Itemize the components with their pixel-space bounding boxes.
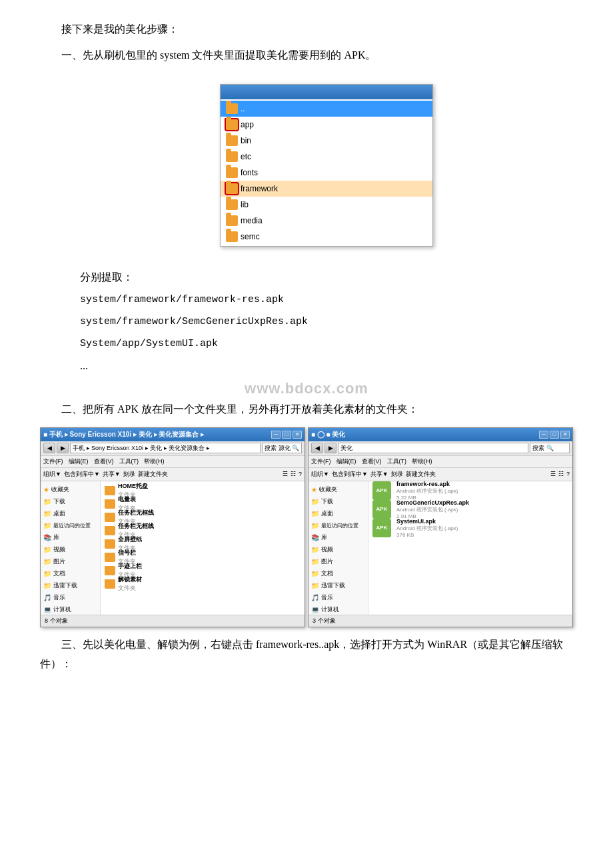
toolbar-view-list[interactable]: ☷	[291, 471, 296, 477]
fe-row-bin: bin	[221, 133, 432, 149]
fe-label-fonts: fonts	[241, 168, 258, 177]
sidebar-downloads[interactable]: 📁下载	[42, 496, 99, 508]
r-menu-tools[interactable]: 工具(T)	[387, 457, 407, 466]
right-titlebar: ■ ◯ ■ 美化 ─ □ ✕	[308, 428, 572, 441]
toolbar-new-folder[interactable]: 新建文件夹	[138, 470, 168, 479]
minimize-btn[interactable]: ─	[271, 431, 281, 439]
toolbar-help-icon[interactable]: ?	[299, 471, 302, 477]
r-sidebar-video-label: 视频	[321, 545, 333, 554]
ellipsis: ...	[40, 357, 573, 376]
sidebar-favorites: ★收藏夹	[42, 484, 99, 496]
r-toolbar-burn[interactable]: 刻录	[391, 470, 403, 479]
sidebar-video[interactable]: 📁视频	[42, 544, 99, 556]
file-framework-res-label: framework-res.apk Android 程序安装包 (.apk) 5…	[396, 481, 458, 501]
right-path: 美化	[338, 443, 528, 453]
sidebar-docs-label: 文档	[53, 569, 65, 578]
file-semc-res-label: SemcGenericUxpRes.apk Android 程序安装包 (.ap…	[396, 499, 469, 519]
right-sidebar: ★收藏夹 📁下载 📁桌面 📁最近访问的位置 📚库 📁视频 📁图片 📁文档 📁迅雷…	[308, 481, 368, 615]
toolbar-share[interactable]: 共享▼	[103, 470, 121, 479]
r-sidebar-xunlei[interactable]: 📁迅雷下载	[310, 580, 366, 592]
sidebar-video-label: 视频	[53, 545, 65, 554]
r-menu-edit[interactable]: 编辑(E)	[336, 457, 356, 466]
left-window: ■ 手机 ▸ Sony Ericsson X10i ▸ 美化 ▸ 美化资源集合 …	[40, 427, 305, 627]
menu-tools[interactable]: 工具(T)	[119, 457, 139, 466]
r-toolbar-help-icon[interactable]: ?	[566, 471, 570, 477]
fe-label-dotdot: ..	[241, 104, 245, 113]
left-body: ★收藏夹 📁下载 📁桌面 📁最近访问的位置 📚库 📁视频 📁图片 📁文档 📁迅雷…	[41, 481, 305, 615]
menu-view[interactable]: 查看(V)	[94, 457, 114, 466]
r-sidebar-recent[interactable]: 📁最近访问的位置	[310, 520, 366, 532]
right-menubar: 文件(F) 编辑(E) 查看(V) 工具(T) 帮助(H)	[308, 456, 572, 468]
file-unlock-label: 解锁素材文件夹	[118, 575, 142, 593]
r-sidebar-docs[interactable]: 📁文档	[310, 568, 366, 580]
folder-icon-taskbar1	[105, 513, 115, 522]
fe-row-fonts: fonts	[221, 165, 432, 181]
r-toolbar-include[interactable]: 包含到库中▼	[332, 470, 368, 479]
folder-icon-signal	[105, 553, 115, 562]
r-toolbar-organize[interactable]: 组织▼	[311, 470, 329, 479]
right-title: ■ ◯ ■ 美化	[311, 430, 539, 439]
r-menu-help[interactable]: 帮助(H)	[412, 457, 432, 466]
right-win-controls: ─ □ ✕	[539, 431, 570, 439]
file-unlock: 解锁素材文件夹	[103, 577, 302, 591]
r-sidebar-docs-label: 文档	[321, 569, 333, 578]
apk-icon-1: APK	[372, 481, 391, 500]
sidebar-desktop[interactable]: 📁桌面	[42, 508, 99, 520]
r-sidebar-video[interactable]: 📁视频	[310, 544, 366, 556]
r-toolbar-view-icons[interactable]: ☰	[550, 471, 556, 477]
sidebar-music[interactable]: 🎵音乐	[42, 592, 99, 604]
file-semc-res: APK SemcGenericUxpRes.apk Android 程序安装包 …	[371, 503, 570, 516]
left-back-btn[interactable]: ◀	[43, 443, 55, 453]
r-sidebar-recent-label: 最近访问的位置	[321, 522, 358, 529]
sidebar-pictures-label: 图片	[53, 557, 65, 566]
r-fwd-btn[interactable]: ▶	[324, 443, 336, 453]
step2-heading: 二、把所有 APK 放在同一个文件夹里，另外再打开放着美化素材的文件夹：	[40, 400, 573, 419]
sidebar-recent[interactable]: 📁最近访问的位置	[42, 520, 99, 532]
fe-folder-icon-lib	[226, 199, 238, 210]
toolbar-burn[interactable]: 刻录	[123, 470, 135, 479]
fe-folder-icon-etc	[226, 151, 238, 162]
close-btn[interactable]: ✕	[293, 431, 302, 439]
left-menubar: 文件(F) 编辑(E) 查看(V) 工具(T) 帮助(H)	[41, 456, 305, 468]
sidebar-docs[interactable]: 📁文档	[42, 568, 99, 580]
fe-label-media: media	[241, 216, 263, 225]
toolbar-include[interactable]: 包含到库中▼	[64, 470, 100, 479]
r-maximize-btn[interactable]: □	[550, 431, 559, 439]
extract-label: 分别提取：	[40, 268, 573, 287]
r-sidebar-music[interactable]: 🎵音乐	[310, 592, 366, 604]
r-sidebar-downloads[interactable]: 📁下载	[310, 496, 366, 508]
path-3: System/app/SystemUI.apk	[40, 335, 573, 353]
right-toolbar: 组织▼ 包含到库中▼ 共享▼ 刻录 新建文件夹 ☰ ☷ ?	[308, 468, 572, 481]
r-menu-view[interactable]: 查看(V)	[362, 457, 382, 466]
fe-folder-icon-semc	[226, 231, 238, 242]
toolbar-organize[interactable]: 组织▼	[43, 470, 61, 479]
r-sidebar-pictures[interactable]: 📁图片	[310, 556, 366, 568]
r-sidebar-desktop[interactable]: 📁桌面	[310, 508, 366, 520]
sidebar-music-label: 音乐	[53, 593, 65, 602]
folder-icon-battery	[105, 499, 115, 509]
right-statusbar: 3 个对象	[308, 615, 572, 627]
menu-help[interactable]: 帮助(H)	[144, 457, 165, 466]
r-toolbar-new-folder[interactable]: 新建文件夹	[406, 470, 436, 479]
r-toolbar-view-list[interactable]: ☷	[558, 471, 564, 477]
left-search[interactable]: 搜索 源化 🔍	[262, 443, 302, 453]
fe-folder-icon-fonts	[226, 167, 238, 178]
r-sidebar-xunlei-label: 迅雷下载	[321, 581, 345, 590]
right-search[interactable]: 搜索 🔍	[530, 443, 570, 453]
r-back-btn[interactable]: ◀	[311, 443, 323, 453]
r-sidebar-music-label: 音乐	[321, 593, 333, 602]
fe-titlebar	[221, 85, 432, 99]
sidebar-xunlei[interactable]: 📁迅雷下载	[42, 580, 99, 592]
maximize-btn[interactable]: □	[282, 431, 291, 439]
r-menu-file[interactable]: 文件(F)	[311, 457, 331, 466]
left-fwd-btn[interactable]: ▶	[57, 443, 69, 453]
toolbar-view-icons[interactable]: ☰	[283, 471, 288, 477]
sidebar-recent-label: 最近访问的位置	[53, 522, 91, 529]
folder-icon-home	[105, 486, 115, 495]
r-close-btn[interactable]: ✕	[560, 431, 570, 439]
menu-file[interactable]: 文件(F)	[43, 457, 63, 466]
sidebar-pictures[interactable]: 📁图片	[42, 556, 99, 568]
r-toolbar-share[interactable]: 共享▼	[370, 470, 388, 479]
r-minimize-btn[interactable]: ─	[539, 431, 548, 439]
menu-edit[interactable]: 编辑(E)	[69, 457, 89, 466]
